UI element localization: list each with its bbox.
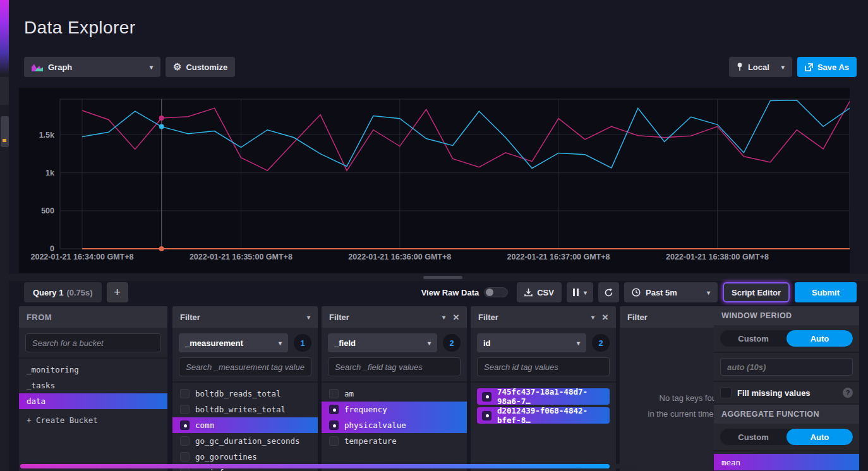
query-control-bar: Query 1 (0.75s) + View Raw Data CSV ▾	[24, 282, 857, 302]
customize-button[interactable]: ⚙ Customize	[166, 57, 235, 77]
nav-item-active[interactable]	[1, 116, 9, 147]
graph-icon	[32, 63, 43, 71]
visualization-toolbar: Graph ▾ ⚙ Customize Local ▾	[24, 57, 857, 77]
close-icon[interactable]: ×	[602, 312, 608, 323]
tag-value-row[interactable]: go_goroutines	[172, 449, 318, 465]
script-editor-button[interactable]: Script Editor	[723, 282, 790, 302]
checkbox[interactable]	[180, 405, 190, 414]
create-bucket-button[interactable]: + Create Bucket	[19, 412, 167, 428]
chevron-down-icon[interactable]: ▾	[307, 314, 310, 321]
field-search-input[interactable]	[328, 357, 461, 376]
aggregate-function-header: AGGREGATE FUNCTION	[714, 405, 859, 424]
add-query-button[interactable]: +	[107, 282, 128, 302]
pause-button[interactable]: ▾	[567, 282, 593, 302]
window-period-input[interactable]	[720, 358, 853, 376]
checkbox[interactable]	[329, 389, 339, 398]
tag-value-row[interactable]: frequency	[322, 402, 467, 417]
tag-value-row[interactable]: boltdb_writes_total	[172, 402, 318, 417]
svg-text:2022-01-21 16:36:00 GMT+8: 2022-01-21 16:36:00 GMT+8	[348, 253, 451, 261]
chevron-down-icon: ▾	[781, 64, 785, 71]
close-icon[interactable]: ×	[453, 312, 459, 323]
filter-panel-measurement: Filter ▾ _measurement ▾ 1 boltdb_reads_t…	[172, 306, 318, 471]
tag-value-row[interactable]: temperature	[322, 433, 467, 449]
window-period-header: WINDOW PERIOD	[714, 306, 859, 325]
chevron-down-icon[interactable]: ▾	[591, 314, 594, 321]
download-icon	[524, 288, 533, 297]
custom-option[interactable]: Custom	[720, 429, 787, 445]
checkbox[interactable]	[180, 452, 190, 462]
horizontal-scrollbar[interactable]	[20, 464, 635, 468]
id-search-input[interactable]	[477, 357, 610, 376]
checkbox[interactable]	[329, 405, 339, 414]
checkbox[interactable]	[180, 436, 190, 446]
tag-value-row[interactable]: boltdb_reads_total	[172, 386, 318, 402]
download-csv-button[interactable]: CSV	[517, 282, 562, 302]
time-range-label: Past 5m	[646, 288, 677, 297]
auto-option[interactable]: Auto	[787, 429, 853, 445]
query-duration: (0.75s)	[66, 288, 92, 297]
tag-key-dropdown[interactable]: id ▾	[477, 333, 586, 352]
timezone-label: Local	[748, 63, 769, 72]
tag-value-row[interactable]: 745fc437-18a1-48d7-98a6-7…	[477, 388, 610, 405]
custom-option[interactable]: Custom	[720, 330, 787, 347]
view-type-label: Graph	[48, 63, 72, 72]
tag-value-row[interactable]: physicalvalue	[322, 417, 467, 433]
chevron-down-icon: ▾	[428, 340, 431, 347]
line-chart[interactable]: 05001k1.5k2022-01-21 16:34:00 GMT+82022-…	[19, 88, 850, 273]
help-icon[interactable]: ?	[843, 388, 853, 398]
tag-value-list: boltdb_reads_totalboltdb_writes_totalcom…	[172, 381, 318, 471]
data-explorer-screen: Data Explorer Graph ▾ ⚙ Customize Local …	[0, 0, 868, 471]
nav-sidebar-strip[interactable]	[0, 0, 9, 471]
tag-value-row[interactable]: go_gc_duration_seconds	[172, 433, 318, 449]
bucket-item[interactable]: _monitoring	[19, 362, 167, 378]
tag-value-row[interactable]: am	[322, 386, 467, 402]
checkbox[interactable]	[482, 411, 491, 420]
panel-resize-handle[interactable]	[9, 274, 868, 281]
refresh-icon	[604, 288, 613, 297]
save-as-button[interactable]: Save As	[797, 57, 857, 77]
bucket-list: _monitoring_tasksdata	[19, 357, 167, 412]
checkbox[interactable]	[180, 420, 190, 430]
selected-count-badge: 2	[592, 334, 610, 352]
function-item[interactable]: mean	[714, 454, 859, 470]
aggregate-function-list: meanmedianlast	[714, 451, 859, 471]
svg-text:2022-01-21 16:34:00 GMT+8: 2022-01-21 16:34:00 GMT+8	[31, 253, 134, 261]
from-panel: FROM _monitoring_tasksdata + Create Buck…	[19, 306, 167, 471]
from-panel-header: FROM	[19, 306, 167, 328]
bucket-item[interactable]: data	[19, 393, 167, 409]
checkbox[interactable]	[329, 420, 339, 430]
chevron-down-icon: ▾	[577, 340, 580, 347]
timezone-dropdown[interactable]: Local ▾	[729, 57, 792, 77]
svg-text:1k: 1k	[45, 169, 54, 177]
measurement-search-input[interactable]	[179, 357, 311, 376]
svg-text:500: 500	[41, 206, 54, 215]
tag-key-dropdown[interactable]: _field ▾	[328, 333, 437, 352]
bucket-search-input[interactable]	[25, 333, 161, 352]
tag-key-dropdown[interactable]: _measurement ▾	[179, 333, 288, 352]
time-range-dropdown[interactable]: Past 5m ▾	[624, 282, 718, 302]
selected-count-badge: 2	[443, 334, 461, 352]
tag-value-list: 745fc437-18a1-48d7-98a6-7…d2012439-f068-…	[471, 381, 616, 429]
chevron-down-icon: ▾	[707, 289, 710, 296]
checkbox[interactable]	[482, 392, 491, 402]
pin-icon	[737, 63, 743, 71]
chevron-down-icon[interactable]: ▾	[442, 314, 445, 321]
checkbox[interactable]	[329, 436, 339, 446]
scrollbar-thumb[interactable]	[20, 464, 610, 468]
window-period-mode-toggle: Custom Auto	[720, 330, 853, 347]
bucket-item[interactable]: _tasks	[19, 378, 167, 393]
auto-option[interactable]: Auto	[787, 330, 853, 347]
refresh-button[interactable]	[598, 282, 619, 302]
view-type-dropdown[interactable]: Graph ▾	[24, 57, 160, 77]
query-tab[interactable]: Query 1 (0.75s)	[24, 282, 102, 302]
selected-count-badge: 1	[294, 334, 311, 352]
drag-grip-icon[interactable]	[423, 276, 462, 279]
fill-missing-values-checkbox[interactable]	[720, 387, 732, 398]
view-raw-data-toggle[interactable]	[484, 287, 508, 297]
tag-value-row[interactable]: d2012439-f068-4842-bfef-8…	[477, 407, 610, 424]
checkbox[interactable]	[180, 389, 190, 398]
nav-item[interactable]	[0, 77, 9, 105]
submit-button[interactable]: Submit	[795, 282, 857, 302]
tag-value-row[interactable]: comm	[172, 417, 318, 433]
chevron-down-icon: ▾	[279, 340, 282, 347]
